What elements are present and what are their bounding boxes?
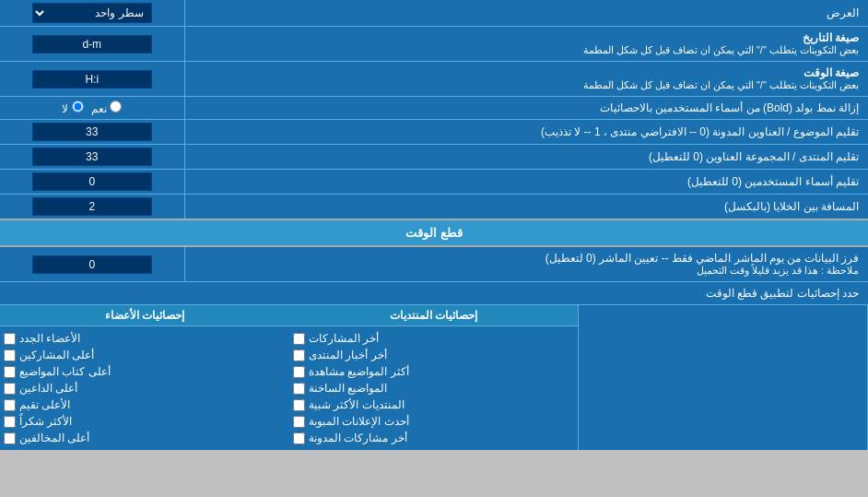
bold-yes-radio[interactable] [110,101,122,112]
limit-label-text: حدد إحصائيات لتطبيق قطع الوقت [0,282,868,305]
checkboxes-cell: إحصائيات المنتديات إحصائيات الأعضاء أخر … [0,305,868,451]
chk-col2-item-2: أعلى كتاب المواضيع [4,363,286,380]
col2-header: إحصائيات الأعضاء [0,305,289,326]
display-mode-cell: سطر واحد سطرين ثلاثة أسطر [0,0,184,27]
chk-col1-item-6: أخر مشاركات المدونة [293,430,574,446]
user-trim-input[interactable] [32,172,152,191]
bold-no-radio[interactable] [72,101,84,112]
chk-col2-item-6: أعلى المخالفين [4,430,286,446]
chk-col2-6[interactable] [4,432,16,444]
chk-col1-2[interactable] [293,366,305,378]
forum-trim-label: تقليم المنتدى / المجموعة العناوين (0 للت… [184,145,868,170]
cutoff-note-label: ملاحظة : هذا قد يزيد قليلاً وقت التحميل [194,265,860,277]
forum-trim-input[interactable] [32,148,152,166]
bold-yes-label: نعم [91,101,122,115]
chk-col2-label-0: الأعضاء الجدد [4,332,80,345]
chk-col1-6[interactable] [293,432,305,444]
chk-col2-label-1: أعلى المشاركين [4,349,94,361]
display-mode-select[interactable]: سطر واحد سطرين ثلاثة أسطر [32,3,152,23]
chk-col1-label-4: المنتديات الأكثر شبية [293,398,405,411]
date-format-label: صيغة التاريخ بعض التكوينات يتطلب "/" الت… [184,27,868,62]
chk-col1-item-3: المواضيع الساخنة [293,380,574,396]
chk-col1-0[interactable] [293,333,305,345]
checkboxes-table: إحصائيات المنتديات إحصائيات الأعضاء أخر … [0,305,868,450]
chk-col1-3[interactable] [293,383,305,395]
date-format-main-label: صيغة التاريخ [194,31,860,44]
cutoff-value-row: فرز البيانات من يوم الماشر الماضي فقط --… [0,246,868,282]
date-format-row: صيغة التاريخ بعض التكوينات يتطلب "/" الت… [0,27,868,62]
cutoff-section-header-row: قطع الوقت [0,219,868,246]
col1-header: إحصائيات المنتديات [289,305,579,326]
chk-col2-0[interactable] [4,333,16,345]
topic-trim-input-cell [0,120,184,145]
cell-spacing-label: المسافة بين الخلايا (بالبكسل) [184,195,868,220]
time-format-row: صيغة الوقت بعض التكوينات يتطلب "/" التي … [0,62,868,97]
topic-trim-input[interactable] [32,123,152,141]
cell-spacing-row: المسافة بين الخلايا (بالبكسل) [0,195,868,220]
time-format-input-cell [0,62,184,97]
bold-no-label: لا [62,101,83,115]
chk-col1-label-3: المواضيع الساخنة [293,382,387,395]
bold-radio-cell: نعم لا [0,97,184,120]
date-format-sublabel: بعض التكوينات يتطلب "/" التي يمكن ان تضا… [194,44,860,56]
user-trim-input-cell [0,170,184,195]
chk-col2-item-3: أعلى الداعين [4,380,286,396]
chk-col2-item-0: الأعضاء الجدد [4,330,286,347]
chk-col2-4[interactable] [4,399,16,411]
time-format-sublabel: بعض التكوينات يتطلب "/" التي يمكن ان تضا… [194,79,860,91]
chk-col1-item-4: المنتديات الأكثر شبية [293,396,574,413]
chk-col2-label-3: أعلى الداعين [4,382,77,395]
page-title: العرض [184,0,868,27]
cell-spacing-input-cell [0,195,184,220]
chk-col1-label-6: أخر مشاركات المدونة [293,432,407,444]
chk-col2-2[interactable] [4,366,16,378]
forum-trim-row: تقليم المنتدى / المجموعة العناوين (0 للت… [0,145,868,170]
chk-col2-3[interactable] [4,383,16,395]
main-container: العرض سطر واحد سطرين ثلاثة أسطر صيغة الت… [0,0,868,450]
checkboxes-items-row: أخر المشاركات أخر أخبار المنتدى [0,326,868,451]
cutoff-value-label: فرز البيانات من يوم الماشر الماضي فقط --… [184,246,868,282]
chk-col1-label-0: أخر المشاركات [293,332,379,345]
limit-label-row: حدد إحصائيات لتطبيق قطع الوقت [0,282,868,305]
col3-header-spacer [579,305,868,326]
checkboxes-row: إحصائيات المنتديات إحصائيات الأعضاء أخر … [0,305,868,451]
date-format-input-cell [0,27,184,62]
cutoff-section-title: قطع الوقت [0,219,868,246]
cutoff-value-input-cell [0,246,184,282]
date-format-input[interactable] [32,35,152,53]
member-stats-col: الأعضاء الجدد أعلى المشاركين [0,326,289,451]
chk-col2-item-1: أعلى المشاركين [4,347,286,363]
topic-trim-label: تقليم الموضوع / العناوين المدونة (0 -- ا… [184,120,868,145]
chk-col1-label-1: أخر أخبار المنتدى [293,349,387,361]
chk-col2-label-6: أعلى المخالفين [4,432,89,444]
bold-row: إزالة نمط بولد (Bold) من أسماء المستخدمي… [0,97,868,120]
cutoff-value-input[interactable] [32,255,152,274]
chk-col2-label-5: الأكثر شكراً [4,415,72,428]
bold-label: إزالة نمط بولد (Bold) من أسماء المستخدمي… [184,97,868,120]
chk-col1-4[interactable] [293,399,305,411]
cell-spacing-input[interactable] [32,197,152,216]
user-trim-row: تقليم أسماء المستخدمين (0 للتعطيل) [0,170,868,195]
chk-col2-item-5: الأكثر شكراً [4,413,286,430]
chk-col1-item-5: أحدث الإعلانات المبوبة [293,413,574,430]
time-format-main-label: صيغة الوقت [194,66,860,79]
user-trim-label: تقليم أسماء المستخدمين (0 للتعطيل) [184,170,868,195]
chk-col1-label-5: أحدث الإعلانات المبوبة [293,415,409,428]
topic-trim-row: تقليم الموضوع / العناوين المدونة (0 -- ا… [0,120,868,145]
chk-col1-item-1: أخر أخبار المنتدى [293,347,574,363]
cutoff-main-label: فرز البيانات من يوم الماشر الماضي فقط --… [194,252,860,265]
chk-col1-5[interactable] [293,416,305,428]
top-row: العرض سطر واحد سطرين ثلاثة أسطر [0,0,868,27]
chk-col2-1[interactable] [4,349,16,361]
chk-col1-label-2: أكثر المواضيع مشاهدة [293,365,409,378]
forum-trim-input-cell [0,145,184,170]
chk-col2-label-4: الأعلى تقيم [4,398,70,411]
forum-stats-col: أخر المشاركات أخر أخبار المنتدى [289,326,579,451]
time-format-input[interactable] [32,70,152,89]
chk-col2-5[interactable] [4,416,16,428]
checkboxes-header-row: إحصائيات المنتديات إحصائيات الأعضاء [0,305,868,326]
chk-col2-label-2: أعلى كتاب المواضيع [4,365,111,378]
chk-col2-item-4: الأعلى تقيم [4,396,286,413]
chk-col1-1[interactable] [293,349,305,361]
empty-col [579,326,868,451]
